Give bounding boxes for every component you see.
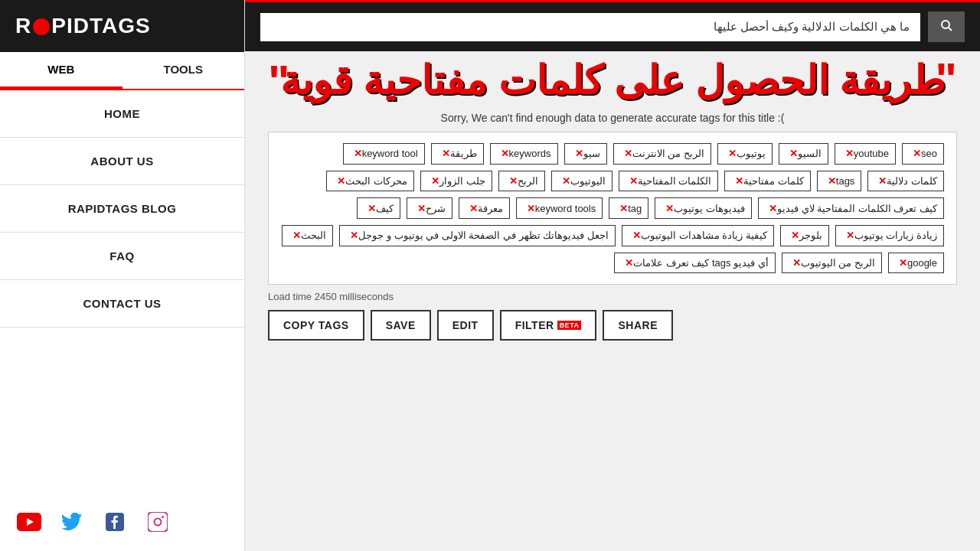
- tag-remove-icon[interactable]: ✕: [665, 203, 674, 214]
- tag-remove-icon[interactable]: ✕: [792, 257, 801, 269]
- search-input[interactable]: [260, 13, 920, 41]
- tag-remove-icon[interactable]: ✕: [368, 203, 376, 214]
- tag-remove-icon[interactable]: ✕: [354, 148, 362, 159]
- svg-point-4: [155, 519, 162, 526]
- action-buttons: COPY TAGS SAVE EDIT FILTERBETA SHARE: [268, 310, 957, 341]
- filter-label: FILTER: [515, 319, 554, 331]
- tag-remove-icon[interactable]: ✕: [845, 148, 854, 159]
- svg-rect-3: [148, 512, 168, 532]
- tag-item[interactable]: البحث ✕: [282, 225, 333, 246]
- tag-remove-icon[interactable]: ✕: [899, 257, 907, 269]
- tag-remove-icon[interactable]: ✕: [735, 175, 743, 187]
- tag-remove-icon[interactable]: ✕: [350, 230, 358, 241]
- tag-item[interactable]: tag ✕: [609, 197, 648, 219]
- tag-item[interactable]: شرح ✕: [407, 197, 452, 219]
- tag-remove-icon[interactable]: ✕: [337, 175, 345, 187]
- tag-remove-icon[interactable]: ✕: [789, 148, 798, 159]
- tag-item[interactable]: الربح ✕: [498, 171, 545, 192]
- tag-remove-icon[interactable]: ✕: [527, 203, 535, 214]
- logo-icon: [33, 18, 50, 35]
- tag-remove-icon[interactable]: ✕: [828, 175, 836, 187]
- filter-button[interactable]: FILTERBETA: [500, 310, 597, 341]
- tag-remove-icon[interactable]: ✕: [509, 175, 518, 187]
- tag-item[interactable]: google ✕: [888, 253, 944, 274]
- tag-remove-icon[interactable]: ✕: [846, 230, 854, 241]
- tag-item[interactable]: كلمات دلالية ✕: [867, 171, 944, 192]
- tag-item[interactable]: seo ✕: [902, 143, 944, 165]
- tag-item[interactable]: بلوجر ✕: [780, 225, 829, 246]
- tag-remove-icon[interactable]: ✕: [728, 148, 737, 159]
- tag-item[interactable]: الربح من الانترنت ✕: [613, 143, 711, 165]
- sidebar: RPIDTAGS WEB TOOLS HOME ABOUT US RAPIDTA…: [0, 0, 245, 551]
- tag-item[interactable]: محركات البحث ✕: [326, 171, 414, 192]
- tag-item[interactable]: كيف تعرف الكلمات المفتاحية لاي فيديو ✕: [758, 197, 944, 219]
- tag-item[interactable]: keyword tools ✕: [516, 197, 603, 219]
- edit-button[interactable]: EDIT: [437, 310, 494, 341]
- tag-remove-icon[interactable]: ✕: [769, 203, 777, 214]
- tag-remove-icon[interactable]: ✕: [575, 148, 583, 159]
- share-button[interactable]: SHARE: [603, 310, 673, 341]
- youtube-icon[interactable]: [15, 508, 43, 536]
- tag-remove-icon[interactable]: ✕: [431, 175, 439, 187]
- tag-item[interactable]: فيديوهات يوتيوب ✕: [655, 197, 752, 219]
- load-time: Load time 2450 milliseconds: [268, 291, 957, 302]
- tag-item[interactable]: زيادة زيارات يوتيوب ✕: [835, 225, 944, 246]
- quote-right: ": [936, 57, 957, 103]
- tag-item[interactable]: كيفية زيادة مشاهدات اليوتيوب ✕: [622, 225, 774, 246]
- logo: RPIDTAGS: [15, 14, 151, 38]
- tag-remove-icon[interactable]: ✕: [501, 148, 509, 159]
- nav-home[interactable]: HOME: [0, 90, 244, 138]
- tag-item[interactable]: أي فيديو tags كيف تعرف علامات ✕: [614, 253, 776, 274]
- tag-remove-icon[interactable]: ✕: [629, 175, 638, 187]
- tag-item[interactable]: سيو ✕: [564, 143, 607, 165]
- tag-item[interactable]: الكلمات المفتاحية ✕: [619, 171, 719, 192]
- headline-wrapper: " طريقة الحصول على كلمات مفتاحية قوية ": [268, 59, 957, 103]
- tag-item[interactable]: جلب الزوار ✕: [420, 171, 492, 192]
- tab-web[interactable]: WEB: [0, 52, 122, 89]
- quote-left: ": [268, 59, 289, 105]
- nav-contact[interactable]: CONTACT US: [0, 280, 244, 328]
- tag-item[interactable]: اليوتيوب ✕: [551, 171, 612, 192]
- svg-point-5: [162, 516, 164, 518]
- facebook-icon[interactable]: [101, 508, 129, 536]
- tag-item[interactable]: tags ✕: [817, 171, 862, 192]
- tag-item[interactable]: السيو ✕: [779, 143, 828, 165]
- tag-remove-icon[interactable]: ✕: [625, 257, 633, 269]
- nav-blog[interactable]: RAPIDTAGS BLOG: [0, 185, 244, 233]
- tag-item[interactable]: keyword tool ✕: [343, 143, 425, 165]
- twitter-icon[interactable]: [58, 508, 86, 536]
- arabic-headline: طريقة الحصول على كلمات مفتاحية قوية: [276, 59, 949, 103]
- tag-remove-icon[interactable]: ✕: [632, 230, 641, 241]
- tag-remove-icon[interactable]: ✕: [469, 203, 478, 214]
- content-area: " طريقة الحصول على كلمات مفتاحية قوية " …: [245, 51, 980, 551]
- tag-item[interactable]: معرفة ✕: [459, 197, 510, 219]
- nav-faq[interactable]: FAQ: [0, 233, 244, 280]
- tag-remove-icon[interactable]: ✕: [878, 175, 887, 187]
- tag-item[interactable]: طريقة ✕: [431, 143, 484, 165]
- tag-remove-icon[interactable]: ✕: [442, 148, 450, 159]
- save-button[interactable]: SAVE: [371, 310, 431, 341]
- tag-item[interactable]: الربح من اليوتيوب ✕: [782, 253, 882, 274]
- tag-item[interactable]: يوتيوب ✕: [717, 143, 773, 165]
- tag-item[interactable]: كلمات مفتاحية ✕: [724, 171, 811, 192]
- copy-tags-button[interactable]: COPY TAGS: [268, 310, 364, 341]
- tag-remove-icon[interactable]: ✕: [624, 148, 632, 159]
- tab-tools[interactable]: TOOLS: [122, 52, 245, 89]
- nav-about[interactable]: ABOUT US: [0, 138, 244, 185]
- tag-item[interactable]: youtube ✕: [835, 143, 896, 165]
- tag-remove-icon[interactable]: ✕: [913, 148, 921, 159]
- tags-container: seo ✕youtube ✕السيو ✕يوتيوب ✕الربح من ال…: [268, 132, 957, 285]
- svg-line-7: [949, 28, 952, 31]
- tag-remove-icon[interactable]: ✕: [791, 230, 799, 241]
- main-content: " طريقة الحصول على كلمات مفتاحية قوية " …: [245, 0, 980, 551]
- tag-remove-icon[interactable]: ✕: [562, 175, 570, 187]
- tag-remove-icon[interactable]: ✕: [292, 230, 301, 241]
- tag-remove-icon[interactable]: ✕: [619, 203, 628, 214]
- tag-item[interactable]: keywords ✕: [490, 143, 558, 165]
- nav-tabs: WEB TOOLS: [0, 52, 244, 90]
- tag-item[interactable]: كيف ✕: [357, 197, 400, 219]
- tag-item[interactable]: اجعل فيديوهاتك تظهر في الصفحة الاولى في …: [339, 225, 616, 246]
- tag-remove-icon[interactable]: ✕: [417, 203, 426, 214]
- search-button[interactable]: [928, 11, 965, 42]
- instagram-icon[interactable]: [144, 508, 172, 536]
